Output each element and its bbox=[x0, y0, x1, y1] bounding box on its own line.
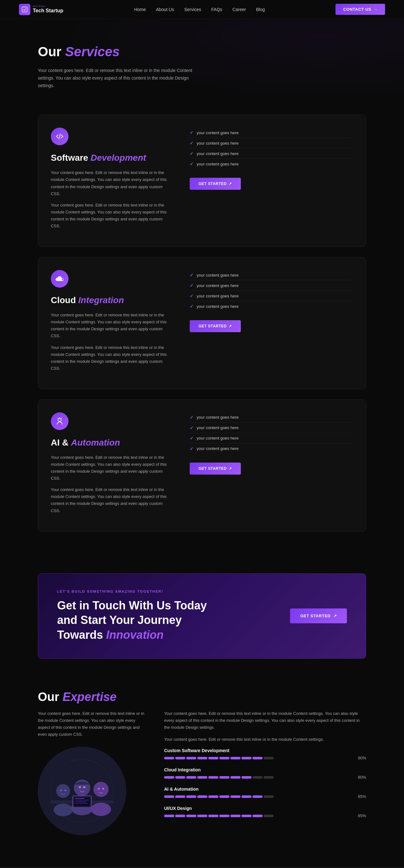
expertise-right-desc1: Your content goes here. Edit or remove t… bbox=[164, 710, 366, 731]
expertise-left-desc: Your content goes here. Edit or remove t… bbox=[38, 710, 145, 738]
nav-home[interactable]: Home bbox=[134, 7, 146, 12]
skill-segment bbox=[242, 757, 252, 760]
skill-segment bbox=[263, 795, 274, 798]
expertise-left: Your content goes here. Edit or remove t… bbox=[38, 710, 145, 835]
cta-get-started-button[interactable]: GET STARTED ↗ bbox=[290, 609, 347, 623]
skill-bar-cloud bbox=[164, 776, 351, 779]
service-title-ai: AI & Automation bbox=[51, 438, 171, 448]
get-started-button-ai[interactable]: GET STARTED ↗ bbox=[190, 463, 241, 474]
check-icon: ✓ bbox=[190, 161, 193, 166]
expertise-inner: Your content goes here. Edit or remove t… bbox=[38, 710, 366, 835]
service-card-ai: AI & Automation Your content goes here. … bbox=[38, 399, 366, 532]
expertise-image bbox=[38, 747, 126, 835]
skill-label-software: Custom Software Development bbox=[164, 748, 366, 753]
skill-segment bbox=[242, 815, 252, 817]
svg-point-19 bbox=[91, 803, 111, 816]
list-item: ✓your content goes here bbox=[190, 444, 353, 454]
skill-segment bbox=[252, 776, 262, 779]
svg-point-20 bbox=[98, 788, 100, 790]
svg-rect-26 bbox=[75, 801, 87, 802]
logo-text: divi Plus Tech Startup bbox=[33, 5, 63, 13]
skill-segment bbox=[175, 757, 185, 760]
skill-percent-uiux: 85% bbox=[355, 813, 366, 818]
svg-point-17 bbox=[83, 786, 86, 788]
list-item: ✓your content goes here bbox=[190, 412, 353, 423]
list-item: ✓your content goes here bbox=[190, 280, 353, 291]
svg-rect-24 bbox=[75, 798, 85, 799]
skill-segment bbox=[230, 815, 241, 817]
skill-percent-software: 90% bbox=[355, 755, 366, 760]
expertise-image-inner bbox=[38, 747, 126, 835]
service-left-software: Software Development Your content goes h… bbox=[51, 128, 171, 234]
cta-title: Get in Touch With Us Today and Start You… bbox=[57, 598, 209, 643]
expertise-title: Our Expertise bbox=[38, 690, 366, 704]
skill-percent-cloud: 80% bbox=[355, 775, 366, 780]
check-icon: ✓ bbox=[190, 141, 193, 146]
skill-percent-ai: 85% bbox=[355, 794, 366, 799]
skill-segment bbox=[208, 815, 218, 817]
nav-faqs[interactable]: FAQs bbox=[211, 7, 222, 12]
skill-segment bbox=[197, 776, 207, 779]
list-item: ✓your content goes here bbox=[190, 270, 353, 280]
service-desc1-ai: Your content goes here. Edit or remove t… bbox=[51, 454, 171, 482]
svg-line-6 bbox=[61, 418, 62, 419]
cta-left: LET'S BUILD SOMETHING AMAZING TOGETHER! … bbox=[57, 590, 209, 643]
nav-blog[interactable]: Blog bbox=[256, 7, 265, 12]
skill-segment bbox=[164, 776, 174, 779]
cta-card: LET'S BUILD SOMETHING AMAZING TOGETHER! … bbox=[38, 574, 366, 659]
footer: divi Plus Tech Startup Home About Us Ser… bbox=[0, 867, 404, 868]
svg-rect-25 bbox=[75, 800, 89, 800]
svg-point-21 bbox=[102, 788, 104, 790]
svg-rect-27 bbox=[75, 803, 88, 804]
skill-bar-container-ai: 85% bbox=[164, 794, 366, 799]
list-item: ✓your content goes here bbox=[190, 291, 353, 301]
expertise-section: Our Expertise Your content goes here. Ed… bbox=[0, 671, 404, 854]
hero-title: Our Services bbox=[38, 44, 366, 59]
svg-line-2 bbox=[24, 8, 26, 10]
get-started-button-cloud[interactable]: GET STARTED ↗ bbox=[190, 320, 241, 332]
svg-point-18 bbox=[93, 782, 108, 797]
skill-segment bbox=[197, 795, 207, 798]
skill-segment bbox=[263, 776, 274, 779]
svg-line-3 bbox=[59, 134, 60, 139]
check-icon: ✓ bbox=[190, 151, 193, 156]
skill-segment bbox=[242, 776, 252, 779]
svg-point-11 bbox=[54, 804, 72, 816]
skill-segment bbox=[164, 815, 174, 817]
skill-item-software: Custom Software Development 9 bbox=[164, 748, 366, 760]
svg-point-10 bbox=[56, 784, 70, 798]
skill-segment bbox=[208, 757, 218, 760]
service-desc2-software: Your content goes here. Edit or remove t… bbox=[51, 202, 171, 229]
nav-services[interactable]: Services bbox=[184, 7, 201, 12]
skill-segment bbox=[175, 795, 185, 798]
service-left-cloud: Cloud Integration Your content goes here… bbox=[51, 270, 171, 376]
get-started-button-software[interactable]: GET STARTED ↗ bbox=[190, 178, 241, 190]
skill-label-ai: AI & Automation bbox=[164, 786, 366, 792]
skill-label-cloud: Cloud Integration bbox=[164, 767, 366, 772]
skill-segment bbox=[197, 757, 207, 760]
cta-section: LET'S BUILD SOMETHING AMAZING TOGETHER! … bbox=[0, 561, 404, 671]
check-icon: ✓ bbox=[190, 436, 193, 441]
svg-point-12 bbox=[60, 789, 62, 791]
service-desc2-cloud: Your content goes here. Edit or remove t… bbox=[51, 344, 171, 372]
skill-segment bbox=[219, 757, 229, 760]
logo: divi Plus Tech Startup bbox=[19, 4, 63, 15]
checklist-cloud: ✓your content goes here ✓your content go… bbox=[190, 270, 353, 311]
skill-segment bbox=[252, 815, 262, 817]
skill-segment bbox=[230, 795, 241, 798]
contact-us-button[interactable]: CONTACT US → bbox=[336, 4, 385, 15]
list-item: ✓your content goes here bbox=[190, 159, 353, 169]
svg-line-7 bbox=[58, 418, 58, 419]
checklist-ai: ✓your content goes here ✓your content go… bbox=[190, 412, 353, 454]
check-icon: ✓ bbox=[190, 446, 193, 451]
skill-segment bbox=[263, 815, 274, 817]
skill-segment bbox=[186, 795, 196, 798]
expertise-right: Your content goes here. Edit or remove t… bbox=[164, 710, 366, 825]
list-item: ✓your content goes here bbox=[190, 128, 353, 138]
skill-item-cloud: Cloud Integration 80% bbox=[164, 767, 366, 780]
nav-about[interactable]: About Us bbox=[156, 7, 174, 12]
skill-segment bbox=[175, 815, 185, 817]
svg-point-13 bbox=[64, 789, 66, 791]
list-item: ✓your content goes here bbox=[190, 423, 353, 433]
nav-career[interactable]: Career bbox=[232, 7, 246, 12]
